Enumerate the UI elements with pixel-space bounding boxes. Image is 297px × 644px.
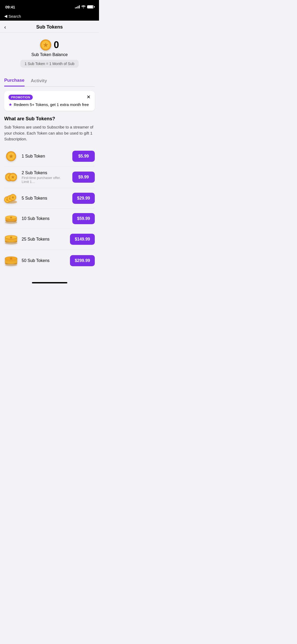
- buy-button-1[interactable]: $5.99: [72, 151, 95, 162]
- token-row: 50 Sub Tokens $299.99: [4, 250, 95, 272]
- token-name-50: 50 Sub Tokens: [22, 258, 66, 263]
- token-name-1: 1 Sub Token: [22, 154, 69, 159]
- token-coin-icon-2: [4, 172, 18, 182]
- balance-label: Sub Token Balance: [31, 52, 68, 57]
- token-coin-icon-10: [4, 213, 18, 224]
- balance-coin-row: 0: [40, 39, 59, 51]
- token-coin-icon-25: [4, 233, 18, 245]
- token-row: 5 Sub Tokens $29.99: [4, 188, 95, 209]
- nav-bar: ‹ Sub Tokens: [0, 22, 99, 33]
- promo-header: PROMOTION ✕: [8, 95, 91, 100]
- promo-message: Redeem 5+ Tokens, get 1 extra month free: [14, 102, 89, 107]
- coin-icon-large: [40, 39, 51, 51]
- token-coin-icon-50: [4, 254, 18, 267]
- token-name-2: 2 Sub Tokens First-time purchaser offer.…: [22, 171, 69, 184]
- buy-button-5[interactable]: $29.99: [72, 193, 95, 204]
- token-name-10: 10 Sub Tokens: [22, 216, 69, 221]
- token-row: 1 Sub Token $5.99: [4, 146, 95, 166]
- promo-text: ★ Redeem 5+ Tokens, get 1 extra month fr…: [8, 102, 91, 107]
- search-back-label: Search: [8, 14, 21, 19]
- back-chevron-icon: ‹: [4, 24, 6, 30]
- status-icons: [75, 5, 94, 9]
- buy-button-25[interactable]: $149.99: [70, 234, 95, 245]
- home-bar: [32, 282, 67, 283]
- back-button[interactable]: ‹: [4, 24, 7, 30]
- tabs-section: Purchase Activity: [0, 75, 99, 87]
- promo-banner: PROMOTION ✕ ★ Redeem 5+ Tokens, get 1 ex…: [4, 91, 95, 111]
- buy-button-50[interactable]: $299.99: [70, 255, 95, 266]
- token-coin-icon-1: [4, 151, 18, 162]
- signal-icon: [75, 5, 80, 8]
- search-back-chevron: ◀: [4, 14, 7, 19]
- wifi-icon: [81, 5, 86, 9]
- status-bar: 09:41: [0, 0, 99, 12]
- page-card: ‹ Sub Tokens 0 Sub Token Balance 1 Sub T…: [0, 22, 99, 287]
- buy-button-2[interactable]: $9.99: [72, 172, 95, 183]
- token-row: 10 Sub Tokens $59.99: [4, 209, 95, 229]
- tab-purchase[interactable]: Purchase: [4, 75, 25, 86]
- tabs-row: Purchase Activity: [4, 75, 95, 87]
- tab-activity[interactable]: Activity: [31, 75, 47, 86]
- battery-icon: [87, 5, 94, 8]
- page-title: Sub Tokens: [36, 24, 63, 30]
- token-list: 1 Sub Token $5.99 2 Sub: [0, 144, 99, 280]
- buy-button-10[interactable]: $59.99: [72, 213, 95, 224]
- info-description: Sub Tokens are used to Subscribe to a st…: [4, 124, 95, 142]
- promo-badge: PROMOTION: [8, 95, 33, 100]
- token-coin-icon-5: [4, 192, 18, 204]
- balance-section: 0 Sub Token Balance 1 Sub Token = 1 Mont…: [0, 33, 99, 72]
- token-row: 25 Sub Tokens $149.99: [4, 229, 95, 250]
- promo-star-icon: ★: [8, 102, 12, 107]
- token-name-5: 5 Sub Tokens: [22, 196, 69, 201]
- balance-amount: 0: [54, 39, 59, 50]
- search-back-nav[interactable]: ◀ Search: [0, 12, 99, 21]
- info-section: What are Sub Tokens? Sub Tokens are used…: [0, 111, 99, 144]
- promo-close-button[interactable]: ✕: [87, 95, 91, 99]
- info-title: What are Sub Tokens?: [4, 116, 95, 122]
- token-row: 2 Sub Tokens First-time purchaser offer.…: [4, 166, 95, 188]
- balance-info: 1 Sub Token = 1 Month of Sub: [20, 60, 79, 68]
- main-content: 0 Sub Token Balance 1 Sub Token = 1 Mont…: [0, 33, 99, 287]
- status-time: 09:41: [5, 5, 15, 9]
- token-name-25: 25 Sub Tokens: [22, 237, 66, 242]
- home-indicator: [0, 280, 99, 287]
